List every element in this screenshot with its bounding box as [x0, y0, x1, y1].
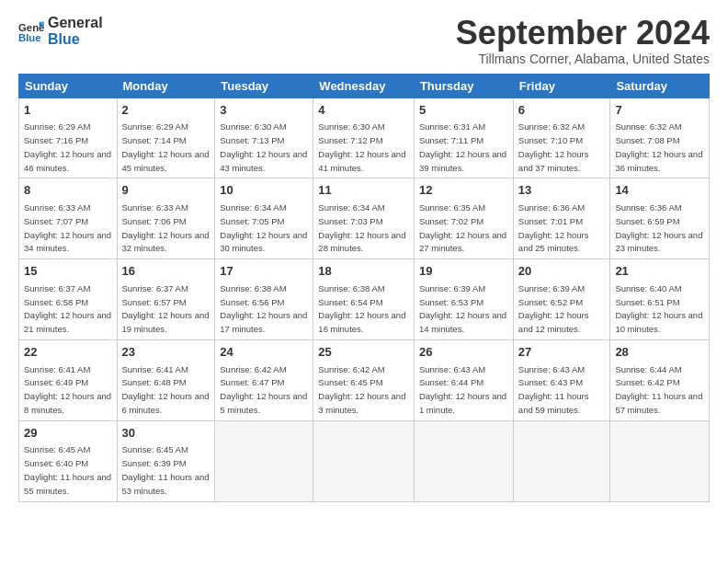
day-number: 13: [518, 182, 606, 199]
calendar-week-row: 1 Sunrise: 6:29 AMSunset: 7:16 PMDayligh…: [19, 98, 710, 178]
table-row: [313, 420, 415, 501]
day-info: Sunrise: 6:32 AMSunset: 7:10 PMDaylight:…: [518, 121, 589, 172]
day-number: 19: [419, 263, 508, 280]
table-row: 9 Sunrise: 6:33 AMSunset: 7:06 PMDayligh…: [117, 178, 215, 259]
table-row: [610, 420, 710, 501]
day-number: 23: [122, 344, 210, 361]
table-row: 29 Sunrise: 6:45 AMSunset: 6:40 PMDaylig…: [19, 420, 118, 501]
day-number: 17: [220, 263, 308, 280]
table-row: 16 Sunrise: 6:37 AMSunset: 6:57 PMDaylig…: [117, 259, 215, 340]
day-info: Sunrise: 6:30 AMSunset: 7:13 PMDaylight:…: [220, 121, 307, 172]
day-info: Sunrise: 6:34 AMSunset: 7:03 PMDaylight:…: [318, 202, 405, 253]
calendar-week-row: 15 Sunrise: 6:37 AMSunset: 6:58 PMDaylig…: [19, 259, 710, 340]
table-row: 18 Sunrise: 6:38 AMSunset: 6:54 PMDaylig…: [313, 259, 415, 340]
day-number: 11: [318, 182, 409, 199]
day-info: Sunrise: 6:36 AMSunset: 7:01 PMDaylight:…: [518, 202, 589, 253]
calendar-table: Sunday Monday Tuesday Wednesday Thursday…: [18, 74, 710, 502]
table-row: 11 Sunrise: 6:34 AMSunset: 7:03 PMDaylig…: [313, 178, 415, 259]
day-number: 24: [220, 344, 308, 361]
day-number: 1: [24, 102, 112, 119]
day-number: 27: [518, 344, 606, 361]
day-number: 28: [615, 344, 704, 361]
day-number: 4: [318, 102, 409, 119]
day-info: Sunrise: 6:30 AMSunset: 7:12 PMDaylight:…: [318, 121, 405, 172]
logo-line1: General: [48, 15, 103, 31]
day-number: 21: [615, 263, 704, 280]
day-info: Sunrise: 6:41 AMSunset: 6:48 PMDaylight:…: [122, 364, 210, 415]
day-info: Sunrise: 6:45 AMSunset: 6:39 PMDaylight:…: [122, 444, 210, 495]
table-row: 15 Sunrise: 6:37 AMSunset: 6:58 PMDaylig…: [19, 259, 118, 340]
table-row: 21 Sunrise: 6:40 AMSunset: 6:51 PMDaylig…: [610, 259, 710, 340]
day-info: Sunrise: 6:38 AMSunset: 6:54 PMDaylight:…: [318, 283, 405, 334]
table-row: 1 Sunrise: 6:29 AMSunset: 7:16 PMDayligh…: [19, 98, 118, 178]
table-row: [215, 420, 313, 501]
day-number: 30: [122, 425, 210, 442]
day-number: 20: [518, 263, 606, 280]
table-row: [513, 420, 610, 501]
logo-icon: General Blue: [18, 18, 44, 44]
table-row: 22 Sunrise: 6:41 AMSunset: 6:49 PMDaylig…: [19, 339, 118, 420]
table-row: 23 Sunrise: 6:41 AMSunset: 6:48 PMDaylig…: [117, 339, 215, 420]
day-info: Sunrise: 6:45 AMSunset: 6:40 PMDaylight:…: [24, 444, 111, 495]
table-row: 6 Sunrise: 6:32 AMSunset: 7:10 PMDayligh…: [513, 98, 610, 178]
day-number: 8: [24, 182, 112, 199]
day-number: 3: [220, 102, 308, 119]
day-info: Sunrise: 6:39 AMSunset: 6:53 PMDaylight:…: [419, 283, 506, 334]
day-info: Sunrise: 6:33 AMSunset: 7:06 PMDaylight:…: [122, 202, 210, 253]
day-info: Sunrise: 6:41 AMSunset: 6:49 PMDaylight:…: [24, 364, 111, 415]
table-row: 4 Sunrise: 6:30 AMSunset: 7:12 PMDayligh…: [313, 98, 415, 178]
day-info: Sunrise: 6:37 AMSunset: 6:57 PMDaylight:…: [122, 283, 210, 334]
table-row: 13 Sunrise: 6:36 AMSunset: 7:01 PMDaylig…: [513, 178, 610, 259]
col-friday: Friday: [513, 74, 610, 98]
location-subtitle: Tillmans Corner, Alabama, United States: [456, 52, 710, 66]
day-number: 5: [419, 102, 508, 119]
table-row: 3 Sunrise: 6:30 AMSunset: 7:13 PMDayligh…: [215, 98, 313, 178]
header: General Blue General Blue September 2024…: [18, 15, 710, 66]
table-row: 25 Sunrise: 6:42 AMSunset: 6:45 PMDaylig…: [313, 339, 415, 420]
day-number: 22: [24, 344, 112, 361]
table-row: 30 Sunrise: 6:45 AMSunset: 6:39 PMDaylig…: [117, 420, 215, 501]
day-info: Sunrise: 6:44 AMSunset: 6:42 PMDaylight:…: [615, 364, 702, 415]
day-info: Sunrise: 6:33 AMSunset: 7:07 PMDaylight:…: [24, 202, 111, 253]
table-row: 5 Sunrise: 6:31 AMSunset: 7:11 PMDayligh…: [414, 98, 513, 178]
day-number: 10: [220, 182, 308, 199]
day-info: Sunrise: 6:29 AMSunset: 7:16 PMDaylight:…: [24, 121, 111, 172]
col-wednesday: Wednesday: [313, 74, 415, 98]
day-info: Sunrise: 6:32 AMSunset: 7:08 PMDaylight:…: [615, 121, 702, 172]
table-row: 20 Sunrise: 6:39 AMSunset: 6:52 PMDaylig…: [513, 259, 610, 340]
day-number: 9: [122, 182, 210, 199]
table-row: 26 Sunrise: 6:43 AMSunset: 6:44 PMDaylig…: [414, 339, 513, 420]
table-row: 2 Sunrise: 6:29 AMSunset: 7:14 PMDayligh…: [117, 98, 215, 178]
day-number: 26: [419, 344, 508, 361]
day-info: Sunrise: 6:39 AMSunset: 6:52 PMDaylight:…: [518, 283, 589, 334]
day-number: 6: [518, 102, 606, 119]
svg-text:Blue: Blue: [18, 31, 41, 42]
day-info: Sunrise: 6:40 AMSunset: 6:51 PMDaylight:…: [615, 283, 702, 334]
table-row: 10 Sunrise: 6:34 AMSunset: 7:05 PMDaylig…: [215, 178, 313, 259]
table-row: [414, 420, 513, 501]
day-info: Sunrise: 6:43 AMSunset: 6:43 PMDaylight:…: [518, 364, 589, 415]
day-info: Sunrise: 6:42 AMSunset: 6:47 PMDaylight:…: [220, 364, 307, 415]
table-row: 7 Sunrise: 6:32 AMSunset: 7:08 PMDayligh…: [610, 98, 710, 178]
calendar-header-row: Sunday Monday Tuesday Wednesday Thursday…: [19, 74, 710, 98]
day-number: 15: [24, 263, 112, 280]
day-info: Sunrise: 6:37 AMSunset: 6:58 PMDaylight:…: [24, 283, 111, 334]
table-row: 28 Sunrise: 6:44 AMSunset: 6:42 PMDaylig…: [610, 339, 710, 420]
day-info: Sunrise: 6:34 AMSunset: 7:05 PMDaylight:…: [220, 202, 307, 253]
table-row: 8 Sunrise: 6:33 AMSunset: 7:07 PMDayligh…: [19, 178, 118, 259]
table-row: 14 Sunrise: 6:36 AMSunset: 6:59 PMDaylig…: [610, 178, 710, 259]
day-info: Sunrise: 6:43 AMSunset: 6:44 PMDaylight:…: [419, 364, 506, 415]
col-thursday: Thursday: [414, 74, 513, 98]
col-sunday: Sunday: [19, 74, 118, 98]
col-monday: Monday: [117, 74, 215, 98]
col-saturday: Saturday: [610, 74, 710, 98]
day-info: Sunrise: 6:42 AMSunset: 6:45 PMDaylight:…: [318, 364, 405, 415]
table-row: 12 Sunrise: 6:35 AMSunset: 7:02 PMDaylig…: [414, 178, 513, 259]
day-number: 14: [615, 182, 704, 199]
col-tuesday: Tuesday: [215, 74, 313, 98]
day-number: 12: [419, 182, 508, 199]
day-info: Sunrise: 6:36 AMSunset: 6:59 PMDaylight:…: [615, 202, 702, 253]
day-number: 29: [24, 425, 112, 442]
day-info: Sunrise: 6:35 AMSunset: 7:02 PMDaylight:…: [419, 202, 506, 253]
day-number: 25: [318, 344, 409, 361]
